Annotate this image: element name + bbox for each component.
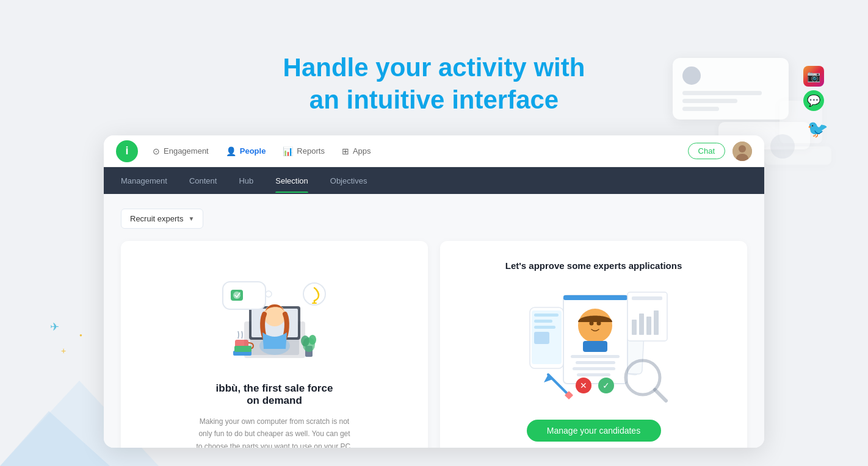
engagement-label: Engagement (164, 146, 209, 156)
sec-nav-objectives[interactable]: Objectives (330, 169, 367, 193)
svg-point-13 (264, 304, 286, 326)
svg-rect-39 (534, 314, 559, 317)
content-area: Recruit experts ▼ (104, 194, 764, 448)
manage-candidates-button[interactable]: Manage your candidates (527, 420, 661, 442)
svg-rect-16 (234, 346, 251, 352)
twitter-icon: 🐦 (807, 119, 828, 139)
svg-rect-53 (654, 310, 659, 335)
people-icon: 👤 (226, 146, 236, 156)
nav-engagement[interactable]: ⊙ Engagement (153, 144, 209, 159)
nav-items: ⊙ Engagement 👤 People 📊 Reports ⊞ Apps (153, 144, 688, 159)
dropdown-arrow-icon: ▼ (188, 215, 194, 222)
svg-rect-24 (563, 295, 627, 300)
svg-rect-49 (632, 296, 662, 300)
svg-text:✓: ✓ (602, 381, 610, 390)
reports-label: Reports (297, 146, 325, 156)
recruit-experts-dropdown[interactable]: Recruit experts ▼ (121, 209, 203, 229)
svg-rect-30 (576, 361, 615, 364)
svg-point-1 (739, 145, 746, 152)
secondary-nav: Management Content Hub Selection Objecti… (104, 167, 764, 194)
svg-rect-32 (577, 373, 610, 376)
heading-line2: an intuitive interface (309, 85, 559, 114)
svg-point-7 (266, 291, 272, 297)
left-card-title-line1: ibbù, the first sale force (216, 382, 333, 394)
svg-rect-40 (534, 320, 552, 323)
plus-decoration: + (61, 346, 66, 356)
main-heading: Handle your activity with an intuitive i… (220, 52, 648, 116)
right-card: Let's approve some experts applications (440, 241, 747, 448)
left-card-title-line2: on demand (247, 395, 302, 406)
svg-rect-52 (646, 317, 651, 335)
instagram-icon: 📷 (803, 66, 824, 87)
app-window: i ⊙ Engagement 👤 People 📊 Reports ⊞ Apps… (104, 135, 764, 448)
dot-decoration: ● (79, 332, 82, 338)
sec-nav-management[interactable]: Management (121, 169, 167, 193)
left-card-body: Making your own computer from scratch is… (195, 415, 354, 448)
svg-rect-28 (583, 341, 607, 352)
sec-nav-hub[interactable]: Hub (239, 169, 253, 193)
chat-preview-card (673, 58, 789, 120)
whatsapp-icon: 💬 (803, 90, 824, 111)
chat-button[interactable]: Chat (688, 143, 725, 159)
deco-card-3 (764, 146, 831, 165)
nav-people[interactable]: 👤 People (226, 144, 266, 159)
deco-card-2 (779, 101, 822, 143)
right-card-buttons: Manage your candidates Recruit new exper… (457, 420, 730, 448)
svg-point-25 (578, 309, 612, 343)
apps-icon: ⊞ (342, 146, 349, 156)
apps-label: Apps (353, 146, 371, 156)
avatar-decoration (770, 134, 795, 159)
engagement-icon: ⊙ (153, 146, 160, 156)
svg-text:✕: ✕ (580, 381, 587, 390)
nav-logo: i (116, 140, 138, 162)
people-label: People (240, 146, 266, 156)
svg-rect-51 (639, 314, 644, 335)
sec-nav-selection[interactable]: Selection (275, 169, 308, 193)
left-card-illustration (208, 260, 342, 370)
reports-icon: 📊 (283, 146, 293, 156)
left-card-title: ibbù, the first sale force on demand (216, 382, 333, 407)
right-card-illustration: ✕ ✓ (515, 283, 673, 405)
user-avatar[interactable] (732, 142, 752, 161)
right-card-title: Let's approve some experts applications (505, 260, 682, 271)
cards-grid: ibbù, the first sale force on demand Mak… (121, 241, 747, 431)
left-card: ibbù, the first sale force on demand Mak… (121, 241, 428, 448)
svg-line-44 (655, 390, 666, 401)
svg-rect-29 (571, 355, 620, 358)
heading-line1: Handle your activity with (283, 53, 585, 82)
top-nav: i ⊙ Engagement 👤 People 📊 Reports ⊞ Apps… (104, 135, 764, 167)
plane-decoration: ✈ (50, 320, 59, 334)
svg-rect-41 (534, 326, 555, 329)
dropdown-label: Recruit experts (130, 214, 183, 223)
svg-rect-31 (573, 367, 615, 370)
svg-point-10 (233, 292, 241, 299)
nav-right: Chat (688, 142, 752, 161)
svg-rect-42 (534, 332, 549, 344)
svg-point-19 (301, 335, 309, 346)
svg-point-20 (309, 335, 316, 345)
nav-reports[interactable]: 📊 Reports (283, 144, 325, 159)
sec-nav-content[interactable]: Content (189, 169, 217, 193)
nav-apps[interactable]: ⊞ Apps (342, 144, 371, 159)
svg-marker-46 (544, 375, 552, 382)
svg-rect-8 (223, 282, 266, 309)
svg-rect-50 (632, 320, 637, 335)
